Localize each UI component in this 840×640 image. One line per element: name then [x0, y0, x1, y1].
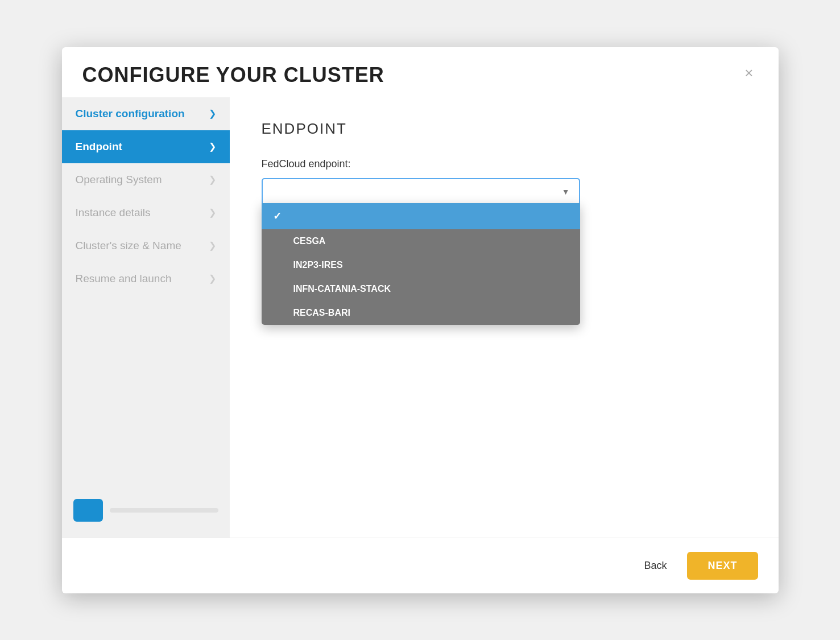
- sidebar-item-label: Operating System: [76, 174, 162, 186]
- sidebar-item-label: Instance details: [76, 207, 151, 219]
- chevron-right-icon: ❯: [209, 273, 216, 284]
- sidebar-item-operating-system[interactable]: Operating System ❯: [62, 163, 230, 196]
- modal-header: CONFIGURE YOUR CLUSTER ×: [62, 47, 779, 97]
- sidebar-item-cluster-configuration[interactable]: Cluster configuration ❯: [62, 97, 230, 130]
- close-button[interactable]: ×: [740, 63, 758, 82]
- modal-title: CONFIGURE YOUR CLUSTER: [82, 63, 384, 87]
- sidebar-bottom: [62, 483, 230, 538]
- sidebar-item-endpoint[interactable]: Endpoint ❯: [62, 130, 230, 163]
- sidebar-item-instance-details[interactable]: Instance details ❯: [62, 196, 230, 229]
- dropdown-trigger[interactable]: ▼: [262, 178, 580, 205]
- dropdown-option-recas-bari[interactable]: RECAS-BARI: [262, 301, 580, 325]
- sidebar-item-resume-and-launch[interactable]: Resume and launch ❯: [62, 262, 230, 295]
- dropdown-option-cesga[interactable]: CESGA: [262, 229, 580, 253]
- sidebar: Cluster configuration ❯ Endpoint ❯ Opera…: [62, 97, 230, 538]
- dropdown-option-in2p3-ires[interactable]: IN2P3-IRES: [262, 253, 580, 277]
- sidebar-logo: [73, 499, 103, 522]
- fedcloud-endpoint-dropdown[interactable]: ▼ ✓ CESGA: [262, 178, 580, 205]
- sidebar-item-label: Resume and launch: [76, 272, 172, 285]
- next-button[interactable]: NEXT: [687, 552, 758, 580]
- main-content: ENDPOINT FedCloud endpoint: ▼ ✓: [230, 97, 779, 538]
- sidebar-item-label: Endpoint: [76, 141, 122, 153]
- modal-footer: Back NEXT: [62, 538, 779, 593]
- sidebar-logo-bar: [110, 508, 218, 513]
- chevron-right-icon: ❯: [209, 141, 216, 152]
- chevron-right-icon: ❯: [209, 207, 216, 218]
- sidebar-item-clusters-size-name[interactable]: Cluster's size & Name ❯: [62, 229, 230, 262]
- dropdown-option-label: RECAS-BARI: [293, 308, 350, 318]
- section-title: ENDPOINT: [262, 120, 747, 138]
- sidebar-item-label: Cluster configuration: [76, 108, 185, 120]
- chevron-right-icon: ❯: [209, 174, 216, 185]
- back-button[interactable]: Back: [632, 554, 678, 577]
- sidebar-item-label: Cluster's size & Name: [76, 240, 181, 252]
- dropdown-menu: ✓ CESGA IN2P3-IRES: [262, 203, 580, 325]
- dropdown-option-label: CESGA: [293, 236, 326, 246]
- dropdown-option-blank[interactable]: ✓: [262, 203, 580, 229]
- checkmark-icon: ✓: [273, 210, 284, 222]
- dropdown-chevron-icon: ▼: [562, 187, 570, 196]
- fedcloud-endpoint-label: FedCloud endpoint:: [262, 158, 747, 170]
- chevron-right-icon: ❯: [209, 240, 216, 251]
- dropdown-option-label: IN2P3-IRES: [293, 260, 343, 270]
- modal-body: Cluster configuration ❯ Endpoint ❯ Opera…: [62, 97, 779, 538]
- dropdown-option-infn-catania-stack[interactable]: INFN-CATANIA-STACK: [262, 277, 580, 301]
- dropdown-option-label: INFN-CATANIA-STACK: [293, 284, 391, 294]
- configure-cluster-modal: CONFIGURE YOUR CLUSTER × Cluster configu…: [62, 47, 779, 593]
- chevron-right-icon: ❯: [209, 108, 216, 119]
